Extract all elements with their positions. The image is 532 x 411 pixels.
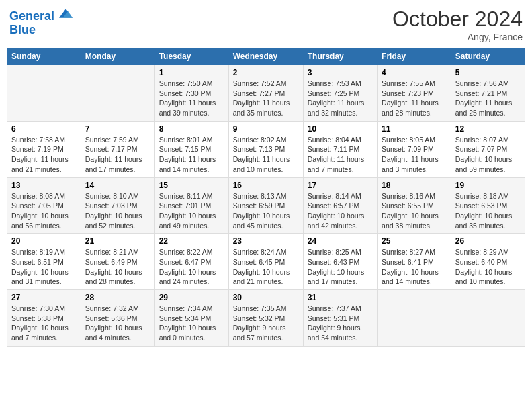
day-content: Sunrise: 8:04 AM Sunset: 7:11 PM Dayligh… [308, 135, 373, 175]
day-number: 15 [159, 181, 224, 190]
day-number: 7 [85, 124, 150, 134]
day-content: Sunrise: 8:01 AM Sunset: 7:15 PM Dayligh… [159, 135, 224, 175]
day-number: 3 [308, 68, 373, 77]
calendar-cell: 1Sunrise: 7:50 AM Sunset: 7:30 PM Daylig… [154, 65, 228, 122]
day-number: 26 [455, 236, 521, 246]
day-content: Sunrise: 8:08 AM Sunset: 7:05 PM Dayligh… [11, 191, 77, 231]
location: Angy, France [392, 32, 523, 42]
calendar-cell: 4Sunrise: 7:55 AM Sunset: 7:23 PM Daylig… [378, 65, 451, 122]
logo: General Blue [9, 7, 73, 37]
calendar-cell: 22Sunrise: 8:22 AM Sunset: 6:47 PM Dayli… [154, 234, 228, 290]
day-number: 24 [308, 236, 373, 246]
day-number: 4 [382, 68, 447, 77]
day-content: Sunrise: 8:25 AM Sunset: 6:43 PM Dayligh… [308, 247, 373, 287]
day-number: 21 [85, 236, 150, 246]
calendar-cell: 31Sunrise: 7:37 AM Sunset: 5:31 PM Dayli… [303, 290, 377, 347]
day-header-wednesday: Wednesday [228, 48, 303, 65]
calendar-cell: 7Sunrise: 7:59 AM Sunset: 7:17 PM Daylig… [81, 121, 154, 177]
calendar-cell: 11Sunrise: 8:05 AM Sunset: 7:09 PM Dayli… [378, 121, 451, 177]
day-number: 22 [159, 236, 224, 246]
calendar-cell: 21Sunrise: 8:21 AM Sunset: 6:49 PM Dayli… [81, 234, 154, 290]
day-number: 19 [455, 181, 521, 190]
day-content: Sunrise: 7:58 AM Sunset: 7:19 PM Dayligh… [11, 135, 77, 175]
calendar-cell: 18Sunrise: 8:16 AM Sunset: 6:55 PM Dayli… [378, 177, 451, 234]
calendar-cell: 19Sunrise: 8:18 AM Sunset: 6:53 PM Dayli… [451, 177, 525, 234]
calendar-week-row: 6Sunrise: 7:58 AM Sunset: 7:19 PM Daylig… [7, 121, 525, 177]
day-content: Sunrise: 7:50 AM Sunset: 7:30 PM Dayligh… [159, 79, 224, 118]
calendar-cell: 24Sunrise: 8:25 AM Sunset: 6:43 PM Dayli… [303, 234, 377, 290]
day-number: 28 [85, 293, 150, 302]
day-content: Sunrise: 8:05 AM Sunset: 7:09 PM Dayligh… [382, 135, 447, 175]
logo-icon [59, 7, 73, 20]
day-content: Sunrise: 7:53 AM Sunset: 7:25 PM Dayligh… [308, 79, 373, 118]
calendar-week-row: 20Sunrise: 8:19 AM Sunset: 6:51 PM Dayli… [7, 234, 525, 290]
day-header-sunday: Sunday [7, 48, 81, 65]
calendar-week-row: 1Sunrise: 7:50 AM Sunset: 7:30 PM Daylig… [7, 65, 525, 122]
calendar-cell: 15Sunrise: 8:11 AM Sunset: 7:01 PM Dayli… [154, 177, 228, 234]
day-content: Sunrise: 8:24 AM Sunset: 6:45 PM Dayligh… [233, 247, 299, 287]
day-content: Sunrise: 8:13 AM Sunset: 6:59 PM Dayligh… [233, 191, 299, 231]
calendar-header-row: SundayMondayTuesdayWednesdayThursdayFrid… [7, 48, 525, 65]
calendar-cell: 25Sunrise: 8:27 AM Sunset: 6:41 PM Dayli… [378, 234, 451, 290]
calendar-week-row: 13Sunrise: 8:08 AM Sunset: 7:05 PM Dayli… [7, 177, 525, 234]
day-content: Sunrise: 7:37 AM Sunset: 5:31 PM Dayligh… [308, 304, 373, 343]
day-number: 23 [233, 236, 299, 246]
day-number: 8 [159, 124, 224, 134]
calendar-cell [81, 65, 154, 122]
calendar-cell: 27Sunrise: 7:30 AM Sunset: 5:38 PM Dayli… [7, 290, 81, 347]
calendar-cell: 10Sunrise: 8:04 AM Sunset: 7:11 PM Dayli… [303, 121, 377, 177]
day-content: Sunrise: 8:11 AM Sunset: 7:01 PM Dayligh… [159, 191, 224, 231]
day-number: 30 [233, 293, 299, 302]
day-number: 5 [455, 68, 521, 77]
day-number: 25 [382, 236, 447, 246]
day-content: Sunrise: 8:19 AM Sunset: 6:51 PM Dayligh… [11, 247, 77, 287]
day-content: Sunrise: 7:55 AM Sunset: 7:23 PM Dayligh… [382, 79, 447, 118]
day-content: Sunrise: 7:30 AM Sunset: 5:38 PM Dayligh… [11, 304, 77, 343]
calendar-cell: 8Sunrise: 8:01 AM Sunset: 7:15 PM Daylig… [154, 121, 228, 177]
calendar-cell [451, 290, 525, 347]
day-content: Sunrise: 8:27 AM Sunset: 6:41 PM Dayligh… [382, 247, 447, 287]
day-header-tuesday: Tuesday [154, 48, 228, 65]
calendar-cell: 20Sunrise: 8:19 AM Sunset: 6:51 PM Dayli… [7, 234, 81, 290]
calendar-cell: 26Sunrise: 8:29 AM Sunset: 6:40 PM Dayli… [451, 234, 525, 290]
day-number: 6 [11, 124, 77, 134]
calendar-table: SundayMondayTuesdayWednesdayThursdayFrid… [7, 48, 525, 347]
calendar-cell: 3Sunrise: 7:53 AM Sunset: 7:25 PM Daylig… [303, 65, 377, 122]
calendar-cell: 6Sunrise: 7:58 AM Sunset: 7:19 PM Daylig… [7, 121, 81, 177]
page-header: General Blue October 2024 Angy, France [7, 7, 525, 42]
calendar-cell: 5Sunrise: 7:56 AM Sunset: 7:21 PM Daylig… [451, 65, 525, 122]
calendar-cell: 2Sunrise: 7:52 AM Sunset: 7:27 PM Daylig… [228, 65, 303, 122]
month-title: October 2024 [392, 7, 523, 32]
calendar-cell: 30Sunrise: 7:35 AM Sunset: 5:32 PM Dayli… [228, 290, 303, 347]
day-number: 31 [308, 293, 373, 302]
day-content: Sunrise: 7:52 AM Sunset: 7:27 PM Dayligh… [233, 79, 299, 118]
calendar-cell [378, 290, 451, 347]
day-number: 14 [85, 181, 150, 190]
day-number: 20 [11, 236, 77, 246]
day-content: Sunrise: 8:22 AM Sunset: 6:47 PM Dayligh… [159, 247, 224, 287]
calendar-cell: 16Sunrise: 8:13 AM Sunset: 6:59 PM Dayli… [228, 177, 303, 234]
day-number: 1 [159, 68, 224, 77]
day-content: Sunrise: 8:10 AM Sunset: 7:03 PM Dayligh… [85, 191, 150, 231]
logo-blue: Blue [9, 24, 73, 37]
day-number: 27 [11, 293, 77, 302]
calendar-cell: 28Sunrise: 7:32 AM Sunset: 5:36 PM Dayli… [81, 290, 154, 347]
day-content: Sunrise: 8:14 AM Sunset: 6:57 PM Dayligh… [308, 191, 373, 231]
day-content: Sunrise: 7:35 AM Sunset: 5:32 PM Dayligh… [233, 304, 299, 343]
calendar-body: 1Sunrise: 7:50 AM Sunset: 7:30 PM Daylig… [7, 65, 525, 347]
calendar-cell: 14Sunrise: 8:10 AM Sunset: 7:03 PM Dayli… [81, 177, 154, 234]
day-header-friday: Friday [378, 48, 451, 65]
day-content: Sunrise: 8:29 AM Sunset: 6:40 PM Dayligh… [455, 247, 521, 287]
day-content: Sunrise: 8:16 AM Sunset: 6:55 PM Dayligh… [382, 191, 447, 231]
day-number: 29 [159, 293, 224, 302]
day-number: 11 [382, 124, 447, 134]
day-content: Sunrise: 8:18 AM Sunset: 6:53 PM Dayligh… [455, 191, 521, 231]
day-content: Sunrise: 8:02 AM Sunset: 7:13 PM Dayligh… [233, 135, 299, 175]
day-content: Sunrise: 7:59 AM Sunset: 7:17 PM Dayligh… [85, 135, 150, 175]
day-content: Sunrise: 7:32 AM Sunset: 5:36 PM Dayligh… [85, 304, 150, 343]
title-block: October 2024 Angy, France [392, 7, 523, 42]
calendar-week-row: 27Sunrise: 7:30 AM Sunset: 5:38 PM Dayli… [7, 290, 525, 347]
calendar-cell: 17Sunrise: 8:14 AM Sunset: 6:57 PM Dayli… [303, 177, 377, 234]
calendar-cell: 12Sunrise: 8:07 AM Sunset: 7:07 PM Dayli… [451, 121, 525, 177]
day-number: 13 [11, 181, 77, 190]
